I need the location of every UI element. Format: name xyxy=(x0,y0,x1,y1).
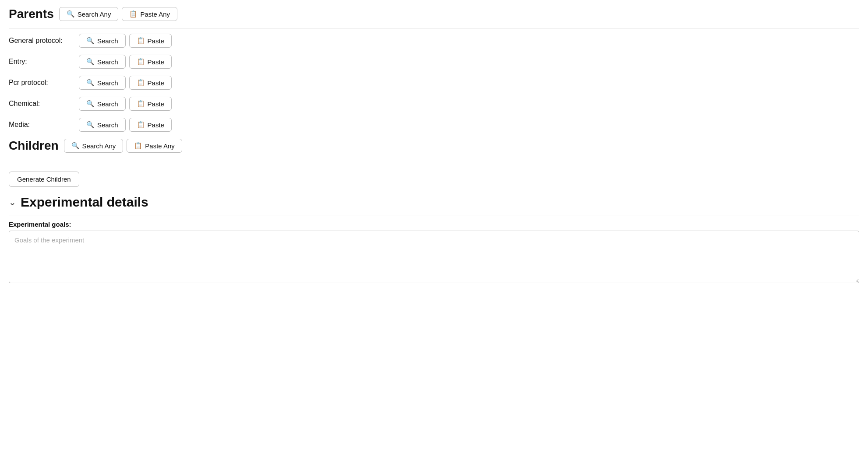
paste-label: Paste xyxy=(148,58,164,66)
parents-search-any-button[interactable]: 🔍 Search Any xyxy=(59,7,119,21)
parents-paste-any-label: Paste Any xyxy=(140,11,170,18)
search-icon: 🔍 xyxy=(86,58,95,66)
entry-search-button[interactable]: 🔍 Search xyxy=(79,55,126,69)
children-title: Children xyxy=(9,139,59,153)
children-divider xyxy=(9,160,859,160)
search-icon: 🔍 xyxy=(71,142,80,150)
paste-label: Paste xyxy=(148,37,164,45)
general-protocol-label: General protocol: xyxy=(9,37,79,45)
search-icon: 🔍 xyxy=(86,79,95,87)
search-label: Search xyxy=(97,79,118,87)
parents-title: Parents xyxy=(9,7,54,21)
search-label: Search xyxy=(97,121,118,129)
entry-row: Entry: 🔍 Search 📋 Paste xyxy=(9,55,859,69)
chemical-search-button[interactable]: 🔍 Search xyxy=(79,97,126,111)
experimental-details-header: ⌄ Experimental details xyxy=(9,195,859,210)
paste-icon: 📋 xyxy=(137,79,145,87)
chemical-label: Chemical: xyxy=(9,100,79,108)
media-label: Media: xyxy=(9,121,79,129)
general-protocol-search-button[interactable]: 🔍 Search xyxy=(79,34,126,48)
chemical-row: Chemical: 🔍 Search 📋 Paste xyxy=(9,97,859,111)
experimental-goals-label: Experimental goals: xyxy=(9,221,859,228)
paste-icon: 📋 xyxy=(134,142,142,150)
paste-label: Paste xyxy=(148,79,164,87)
search-label: Search xyxy=(97,58,118,66)
entry-label: Entry: xyxy=(9,58,79,66)
paste-icon: 📋 xyxy=(137,121,145,129)
pcr-protocol-paste-button[interactable]: 📋 Paste xyxy=(129,76,172,90)
paste-icon: 📋 xyxy=(137,58,145,66)
media-search-button[interactable]: 🔍 Search xyxy=(79,118,126,132)
parents-paste-any-button[interactable]: 📋 Paste Any xyxy=(122,7,177,21)
experimental-details-divider xyxy=(9,215,859,215)
paste-icon: 📋 xyxy=(137,37,145,45)
search-icon: 🔍 xyxy=(86,121,95,129)
children-paste-any-button[interactable]: 📋 Paste Any xyxy=(127,139,182,153)
search-icon: 🔍 xyxy=(86,37,95,45)
pcr-protocol-label: Pcr protocol: xyxy=(9,79,79,87)
paste-icon: 📋 xyxy=(137,100,145,108)
search-icon: 🔍 xyxy=(67,10,75,18)
generate-children-button[interactable]: Generate Children xyxy=(9,172,79,187)
paste-label: Paste xyxy=(148,121,164,129)
search-label: Search xyxy=(97,37,118,45)
parents-search-any-label: Search Any xyxy=(78,11,111,18)
search-icon: 🔍 xyxy=(86,100,95,108)
children-search-any-label: Search Any xyxy=(82,142,116,150)
parents-divider xyxy=(9,28,859,28)
experimental-details-title: Experimental details xyxy=(21,195,148,210)
generate-children-label: Generate Children xyxy=(17,175,71,183)
experimental-goals-textarea[interactable] xyxy=(9,231,859,283)
children-search-any-button[interactable]: 🔍 Search Any xyxy=(64,139,123,153)
media-paste-button[interactable]: 📋 Paste xyxy=(129,118,172,132)
search-label: Search xyxy=(97,100,118,108)
entry-paste-button[interactable]: 📋 Paste xyxy=(129,55,172,69)
pcr-protocol-row: Pcr protocol: 🔍 Search 📋 Paste xyxy=(9,76,859,90)
children-paste-any-label: Paste Any xyxy=(145,142,175,150)
paste-icon: 📋 xyxy=(129,10,138,18)
children-section: Children 🔍 Search Any 📋 Paste Any xyxy=(9,139,859,153)
media-row: Media: 🔍 Search 📋 Paste xyxy=(9,118,859,132)
general-protocol-paste-button[interactable]: 📋 Paste xyxy=(129,34,172,48)
general-protocol-row: General protocol: 🔍 Search 📋 Paste xyxy=(9,34,859,48)
experimental-details-section: ⌄ Experimental details Experimental goal… xyxy=(9,195,859,285)
chemical-paste-button[interactable]: 📋 Paste xyxy=(129,97,172,111)
pcr-protocol-search-button[interactable]: 🔍 Search xyxy=(79,76,126,90)
parents-section-header: Parents 🔍 Search Any 📋 Paste Any xyxy=(9,7,859,21)
chevron-down-icon: ⌄ xyxy=(9,197,16,207)
children-section-header: Children 🔍 Search Any 📋 Paste Any xyxy=(9,139,859,153)
paste-label: Paste xyxy=(148,100,164,108)
